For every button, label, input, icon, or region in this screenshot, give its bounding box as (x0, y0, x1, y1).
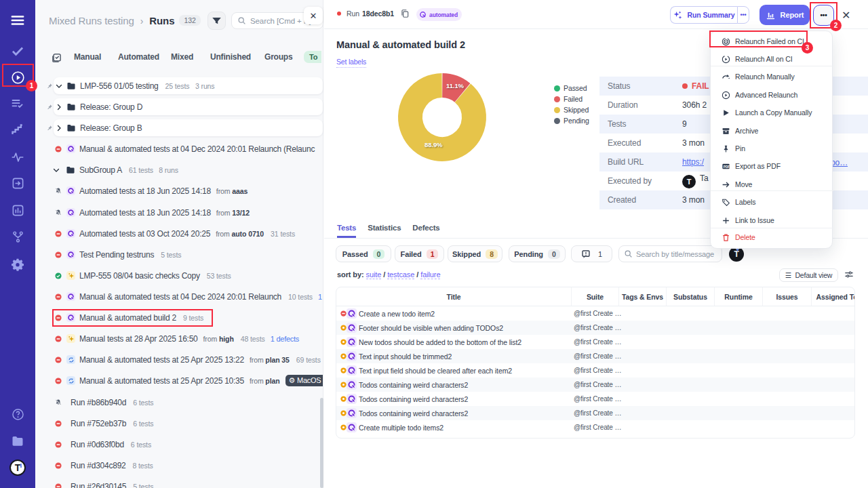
svg-text:PDF: PDF (724, 165, 730, 168)
svg-text:88.9%: 88.9% (425, 141, 443, 148)
svg-text:11.1%: 11.1% (446, 82, 465, 89)
